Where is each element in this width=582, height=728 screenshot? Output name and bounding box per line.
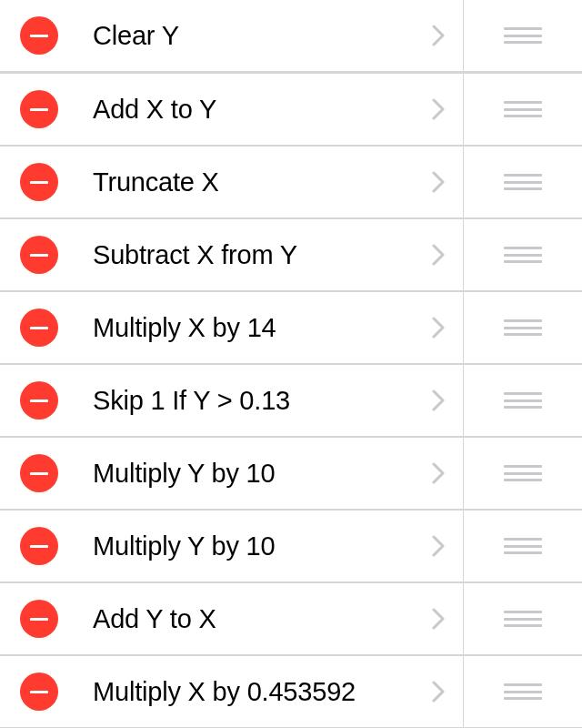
reorder-handle[interactable] — [504, 247, 542, 263]
step-list: Clear Y Add X to Y — [0, 0, 582, 728]
handle-line-icon — [504, 108, 542, 111]
handle-line-icon — [504, 41, 542, 44]
step-label: Add Y to X — [93, 604, 432, 634]
reorder-cell — [464, 218, 582, 291]
minus-icon — [30, 108, 48, 111]
delete-button[interactable] — [20, 600, 58, 638]
row-main[interactable]: Multiply Y by 10 — [0, 510, 464, 582]
reorder-handle[interactable] — [504, 319, 542, 336]
step-label: Add X to Y — [93, 95, 432, 125]
list-item[interactable]: Multiply X by 0.453592 — [0, 655, 582, 728]
row-main[interactable]: Add X to Y — [0, 73, 464, 146]
minus-icon — [30, 545, 48, 548]
step-label: Clear Y — [93, 21, 432, 51]
chevron-right-icon — [432, 98, 445, 120]
step-label: Subtract X from Y — [93, 240, 432, 270]
chevron-right-icon — [432, 535, 445, 557]
reorder-cell — [464, 437, 582, 510]
handle-line-icon — [504, 333, 542, 336]
list-item[interactable]: Subtract X from Y — [0, 218, 582, 291]
handle-line-icon — [504, 406, 542, 409]
list-item[interactable]: Clear Y — [0, 0, 582, 73]
reorder-cell — [464, 146, 582, 218]
reorder-handle[interactable] — [504, 392, 542, 409]
reorder-cell — [464, 364, 582, 437]
minus-icon — [30, 327, 48, 329]
delete-button[interactable] — [20, 672, 58, 711]
reorder-handle[interactable] — [504, 27, 542, 44]
delete-button[interactable] — [20, 308, 58, 347]
handle-line-icon — [504, 472, 542, 475]
reorder-handle[interactable] — [504, 538, 542, 554]
reorder-handle[interactable] — [504, 101, 542, 117]
handle-line-icon — [504, 399, 542, 402]
minus-icon — [30, 181, 48, 184]
row-main[interactable]: Multiply Y by 10 — [0, 437, 464, 510]
delete-button[interactable] — [20, 454, 58, 492]
row-main[interactable]: Clear Y — [0, 0, 464, 72]
list-item[interactable]: Multiply Y by 10 — [0, 437, 582, 510]
minus-icon — [30, 399, 48, 402]
row-main[interactable]: Multiply X by 14 — [0, 291, 464, 364]
row-main[interactable]: Subtract X from Y — [0, 218, 464, 291]
chevron-right-icon — [432, 681, 445, 703]
handle-line-icon — [504, 35, 542, 37]
handle-line-icon — [504, 174, 542, 177]
delete-button[interactable] — [20, 90, 58, 128]
reorder-handle[interactable] — [504, 174, 542, 190]
handle-line-icon — [504, 27, 542, 30]
reorder-cell — [464, 73, 582, 146]
minus-icon — [30, 618, 48, 621]
delete-button[interactable] — [20, 236, 58, 274]
handle-line-icon — [504, 538, 542, 541]
delete-button[interactable] — [20, 16, 58, 55]
handle-line-icon — [504, 611, 542, 613]
handle-line-icon — [504, 618, 542, 621]
handle-line-icon — [504, 254, 542, 257]
handle-line-icon — [504, 260, 542, 263]
handle-line-icon — [504, 624, 542, 627]
chevron-right-icon — [432, 25, 445, 46]
list-item[interactable]: Truncate X — [0, 146, 582, 218]
handle-line-icon — [504, 465, 542, 468]
reorder-handle[interactable] — [504, 465, 542, 481]
chevron-right-icon — [432, 171, 445, 193]
reorder-cell — [464, 582, 582, 655]
minus-icon — [30, 35, 48, 37]
handle-line-icon — [504, 392, 542, 395]
handle-line-icon — [504, 181, 542, 184]
step-label: Truncate X — [93, 167, 432, 197]
handle-line-icon — [504, 545, 542, 548]
chevron-right-icon — [432, 608, 445, 630]
list-item[interactable]: Multiply Y by 10 — [0, 510, 582, 582]
reorder-cell — [464, 655, 582, 728]
step-label: Multiply Y by 10 — [93, 531, 432, 561]
handle-line-icon — [504, 551, 542, 554]
row-main[interactable]: Truncate X — [0, 146, 464, 218]
handle-line-icon — [504, 683, 542, 686]
reorder-handle[interactable] — [504, 611, 542, 627]
handle-line-icon — [504, 319, 542, 322]
handle-line-icon — [504, 101, 542, 104]
chevron-right-icon — [432, 389, 445, 411]
row-main[interactable]: Skip 1 If Y > 0.13 — [0, 364, 464, 437]
list-item[interactable]: Multiply X by 14 — [0, 291, 582, 364]
row-main[interactable]: Add Y to X — [0, 582, 464, 655]
delete-button[interactable] — [20, 381, 58, 420]
list-item[interactable]: Add Y to X — [0, 582, 582, 655]
delete-button[interactable] — [20, 163, 58, 201]
chevron-right-icon — [432, 317, 445, 339]
handle-line-icon — [504, 691, 542, 693]
reorder-handle[interactable] — [504, 683, 542, 700]
minus-icon — [30, 472, 48, 475]
delete-button[interactable] — [20, 527, 58, 565]
minus-icon — [30, 254, 48, 257]
list-item[interactable]: Skip 1 If Y > 0.13 — [0, 364, 582, 437]
handle-line-icon — [504, 327, 542, 329]
chevron-right-icon — [432, 462, 445, 484]
handle-line-icon — [504, 479, 542, 481]
row-main[interactable]: Multiply X by 0.453592 — [0, 655, 464, 728]
handle-line-icon — [504, 247, 542, 249]
minus-icon — [30, 691, 48, 693]
list-item[interactable]: Add X to Y — [0, 73, 582, 146]
